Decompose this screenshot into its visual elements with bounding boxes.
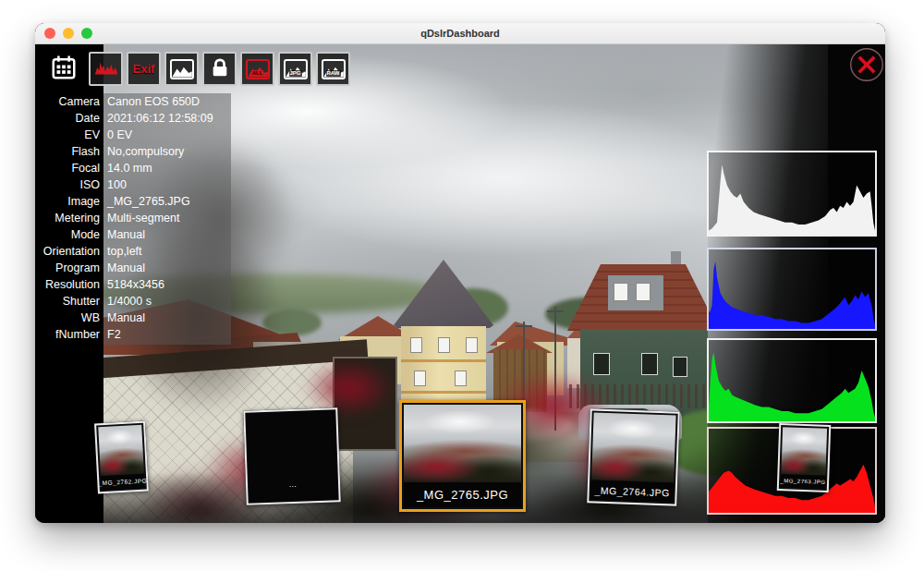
calendar-grid-icon [50,54,78,84]
close-view-button[interactable] [848,46,885,83]
thumbnail-label: _MG_2764.JPG [590,480,674,502]
close-x-icon [848,72,885,86]
filter-all-label: ALL [251,70,264,77]
titlebar: qDslrDashboard [35,23,885,44]
thumbnail-_MG_2763.JPG[interactable]: _MG_2763.JPG [777,423,832,492]
macos-close-button[interactable] [44,28,55,39]
filter-jpg-button[interactable]: JPG [278,52,312,86]
thumbnail-image [781,427,827,476]
thumbnail-image [98,425,144,476]
lock-button[interactable] [202,52,237,86]
thumbnail-_MG_2762.JPG[interactable]: _MG_2762.JPG [94,421,149,494]
traffic-lights [44,23,92,43]
thumbnail-label: _MG_2763.JPG [781,474,825,489]
window-title: qDslrDashboard [35,28,885,39]
exif-text-icon: Exif [133,62,155,76]
thumbnail-label: ... [248,478,338,490]
thumbnail-label: _MG_2765.JPG [404,482,521,507]
filter-raw-button[interactable]: RAW [316,52,350,86]
thumbnail-image [404,405,521,482]
filter-raw-label: RAW [326,70,341,77]
exif-button[interactable]: Exif [127,52,161,86]
thumbnail-label: _MG_2762.JPG [101,474,145,490]
desktop-background: qDslrDashboard [0,0,924,571]
macos-minimize-button[interactable] [63,28,74,39]
histogram-button[interactable] [89,52,123,86]
timelapse-button[interactable] [46,52,80,86]
histogram-waveform-icon [94,58,118,79]
macos-zoom-button[interactable] [81,28,92,39]
app-window: qDslrDashboard [35,23,885,523]
image-jpg-icon: JPG [284,59,308,79]
thumbnail-_MG_2764.JPG[interactable]: _MG_2764.JPG [587,408,680,505]
filter-all-button[interactable]: ALL [240,52,274,86]
image-icon [170,59,194,79]
toolbar: Exif [46,52,350,86]
thumbnail-image [591,412,675,482]
lock-icon [210,56,230,81]
image-view[interactable]: Exif [35,44,885,523]
thumbnail-_MG_2765.JPG[interactable]: _MG_2765.JPG [399,400,526,512]
image-raw-icon: RAW [322,59,346,79]
filmstrip: _MG_2762.JPG..._MG_2765.JPG_MG_2764.JPG_… [35,44,885,523]
image-preview-button[interactable] [164,52,199,86]
thumbnail-placeholder[interactable]: ... [243,407,340,504]
filter-jpg-label: JPG [288,70,301,77]
image-all-icon: ALL [246,59,270,79]
